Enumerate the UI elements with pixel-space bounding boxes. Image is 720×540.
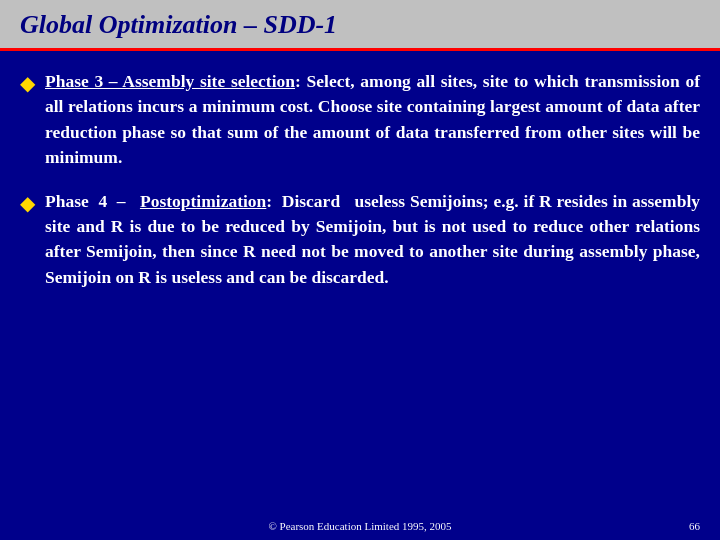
bullet-item-1: ◆ Phase 3 – Assembly site selection: Sel… [20,69,700,171]
page-number: 66 [689,520,700,532]
bullet-item-2: ◆ Phase 4 – Postoptimization: Discard us… [20,189,700,291]
title-bar: Global Optimization – SDD-1 [0,0,720,51]
footer-text: © Pearson Education Limited 1995, 2005 [0,520,720,532]
slide-content: ◆ Phase 3 – Assembly site selection: Sel… [0,51,720,318]
phase4-label: Postoptimization [140,191,266,211]
slide-title: Global Optimization – SDD-1 [20,10,337,39]
slide: Global Optimization – SDD-1 ◆ Phase 3 – … [0,0,720,540]
phase3-label: Phase 3 – Assembly site selection [45,71,295,91]
phase4-prefix: Phase 4 – [45,191,140,211]
bullet-text-2: Phase 4 – Postoptimization: Discard usel… [45,189,700,291]
bullet-diamond-1: ◆ [20,71,35,95]
bullet-text-1: Phase 3 – Assembly site selection: Selec… [45,69,700,171]
bullet-diamond-2: ◆ [20,191,35,215]
